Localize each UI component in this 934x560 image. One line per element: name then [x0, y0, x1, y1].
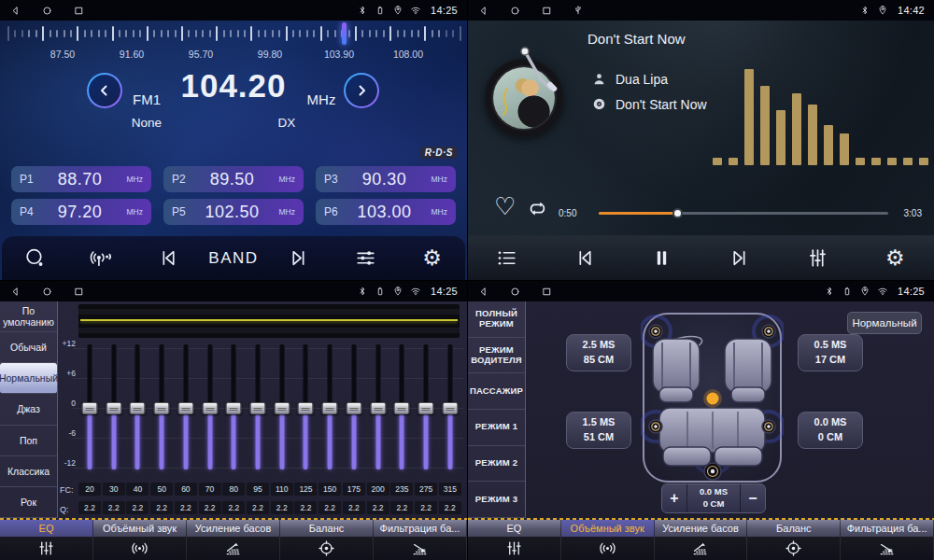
eq-preset-0[interactable]: По умолчанию [0, 301, 57, 332]
slider-thumb[interactable] [298, 402, 314, 414]
slider-thumb[interactable] [250, 402, 266, 414]
tab-balance[interactable]: Баланс [747, 520, 841, 537]
back-icon[interactable] [477, 5, 489, 17]
slider-thumb[interactable] [274, 402, 290, 414]
eq-slider[interactable] [415, 339, 437, 477]
back-icon[interactable] [9, 286, 21, 298]
tab-eq[interactable]: EQ [468, 520, 561, 537]
eq-preset-6[interactable]: Рок [0, 487, 57, 518]
eq-slider[interactable] [439, 339, 461, 477]
delay-front-left-button[interactable]: 2.5 MS 85 CM [566, 334, 631, 371]
preset-button-p2[interactable]: P289.50MHz [163, 166, 304, 192]
back-icon[interactable] [477, 286, 489, 298]
slider-thumb[interactable] [130, 402, 146, 414]
slider-thumb[interactable] [202, 402, 218, 414]
eq-preset-2[interactable]: Нормальный [0, 363, 57, 394]
mode-2[interactable]: ПАССАЖИР [468, 373, 525, 410]
slider-thumb[interactable] [442, 402, 458, 414]
broadcast-button[interactable] [80, 240, 121, 277]
recents-icon[interactable] [541, 286, 553, 298]
eq-preset-5[interactable]: Классика [0, 456, 57, 487]
tab-bass-boost-icon-cell[interactable] [655, 537, 748, 560]
eq-slider[interactable] [343, 339, 365, 477]
previous-track-button[interactable] [564, 240, 605, 277]
seek-bar[interactable] [599, 212, 888, 215]
settings-button[interactable]: ⚙ [874, 240, 915, 277]
slider-thumb[interactable] [106, 402, 121, 414]
audio-settings-button[interactable] [346, 240, 387, 277]
eq-preset-4[interactable]: Поп [0, 426, 57, 456]
tab-eq-icon-cell[interactable] [0, 537, 93, 560]
tab-filter-icon-cell[interactable] [841, 537, 934, 560]
seek-previous-button[interactable] [147, 240, 188, 277]
eq-slider[interactable] [103, 339, 125, 477]
tab-eq-icon-cell[interactable] [468, 537, 561, 560]
seek-knob[interactable] [672, 208, 683, 218]
preset-button-p5[interactable]: P5102.50MHz [163, 199, 304, 225]
tab-surround-sound[interactable]: Объёмный звук [561, 520, 655, 537]
delay-front-right-button[interactable]: 0.5 MS 17 CM [798, 334, 863, 371]
tune-up-button[interactable] [344, 73, 379, 108]
eq-slider[interactable] [390, 339, 413, 477]
slider-thumb[interactable] [226, 402, 242, 414]
next-track-button[interactable] [719, 240, 760, 277]
eq-slider[interactable] [247, 339, 269, 477]
car-cabin-graphic[interactable] [641, 311, 784, 484]
eq-preset-1[interactable]: Обычай [0, 332, 57, 363]
tab-filter-icon-cell[interactable] [374, 537, 467, 560]
eq-slider[interactable] [318, 339, 341, 477]
mode-3[interactable]: РЕЖИМ 1 [468, 410, 525, 446]
slider-thumb[interactable] [82, 402, 98, 414]
playlist-button[interactable] [487, 240, 528, 277]
repeat-button[interactable] [526, 197, 549, 220]
tab-balance-icon-cell[interactable] [747, 537, 841, 560]
eq-slider[interactable] [199, 339, 221, 477]
tab-balance[interactable]: Баланс [280, 520, 374, 537]
eq-slider[interactable] [150, 339, 173, 477]
delay-rear-left-button[interactable]: 1.5 MS 51 CM [566, 412, 631, 449]
tab-bass-boost[interactable]: Усиление басов [187, 520, 280, 537]
eq-slider[interactable] [367, 339, 389, 477]
home-icon[interactable] [41, 5, 53, 17]
delay-decrease-button[interactable]: − [741, 484, 765, 512]
slider-thumb[interactable] [418, 402, 434, 414]
eq-slider[interactable] [222, 339, 245, 477]
eq-slider[interactable] [294, 339, 317, 477]
band-button[interactable]: BAND [213, 240, 254, 277]
slider-thumb[interactable] [177, 402, 193, 414]
tab-bass-boost[interactable]: Усиление басов [655, 520, 748, 537]
tab-surround-sound[interactable]: Объёмный звук [93, 520, 187, 537]
sound-profile-button[interactable]: Нормальный [847, 312, 922, 334]
home-icon[interactable] [509, 5, 521, 17]
frequency-scale[interactable]: 87.5091.6095.7099.80103.90108.00 [0, 22, 467, 64]
slider-thumb[interactable] [322, 402, 338, 414]
tune-down-button[interactable] [87, 73, 122, 108]
slider-thumb[interactable] [154, 402, 170, 414]
equalizer-button[interactable] [797, 240, 838, 277]
back-icon[interactable] [9, 5, 21, 17]
eq-slider[interactable] [126, 339, 149, 477]
tab-surround-sound-icon-cell[interactable] [561, 537, 655, 560]
eq-preset-3[interactable]: Джаз [0, 394, 57, 425]
pause-button[interactable] [642, 240, 683, 277]
preset-button-p6[interactable]: P6103.00MHz [316, 199, 456, 225]
slider-thumb[interactable] [346, 402, 361, 414]
preset-button-p4[interactable]: P497.20MHz [11, 199, 151, 225]
tab-filter[interactable]: Фильтрация ба... [841, 520, 934, 537]
favorite-button[interactable]: ♡ [494, 194, 516, 218]
home-icon[interactable] [41, 286, 53, 298]
preset-button-p1[interactable]: P188.70MHz [11, 166, 151, 192]
eq-slider[interactable] [271, 339, 293, 477]
tab-surround-sound-icon-cell[interactable] [93, 537, 187, 560]
tab-bass-boost-icon-cell[interactable] [187, 537, 280, 560]
eq-slider[interactable] [175, 339, 197, 477]
search-button[interactable] [14, 240, 55, 277]
tab-balance-icon-cell[interactable] [280, 537, 374, 560]
mode-1[interactable]: РЕЖИМ ВОДИТЕЛЯ [468, 338, 525, 374]
eq-slider[interactable] [78, 339, 101, 477]
mode-4[interactable]: РЕЖИМ 2 [468, 446, 525, 483]
settings-button[interactable]: ⚙ [411, 240, 452, 277]
mode-5[interactable]: РЕЖИМ 3 [468, 482, 525, 518]
home-icon[interactable] [509, 286, 521, 298]
tab-filter[interactable]: Фильтрация ба... [374, 520, 467, 537]
